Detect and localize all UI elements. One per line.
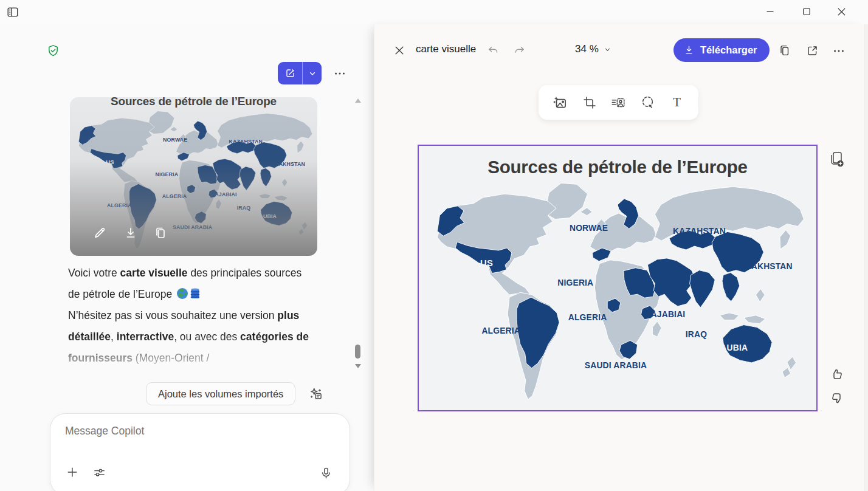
- new-chat-dropdown-button[interactable]: [303, 62, 322, 84]
- globe-emoji: [176, 287, 188, 300]
- new-chat-icon: [284, 67, 296, 79]
- message-text-bold: carte visuelle: [120, 267, 188, 279]
- suggestion-chip-label: Ajoute les volumes importés: [158, 388, 283, 400]
- message-text-bold: interractive: [117, 331, 174, 343]
- message-input[interactable]: [65, 425, 326, 438]
- ai-enhance-tool-button[interactable]: [550, 92, 571, 113]
- image-preview-panel: carte visuelle 34 % Télécharger: [374, 24, 868, 491]
- chat-panel: Voici votre carte visuelle des principal…: [0, 24, 374, 491]
- image-enhance-icon: [553, 95, 568, 111]
- oil-drum-emoji: [190, 287, 201, 300]
- maximize-button[interactable]: [794, 2, 819, 21]
- redo-icon: [513, 44, 526, 57]
- pencil-icon: [92, 225, 107, 240]
- close-icon: [393, 44, 405, 57]
- message-paragraph: N’hésitez pas si vous souhaitez une vers…: [68, 305, 310, 369]
- preview-title: carte visuelle: [416, 43, 476, 55]
- generated-image-thumbnail[interactable]: [70, 97, 317, 256]
- open-external-icon: [806, 44, 819, 57]
- sidebar-toggle-icon: [6, 5, 19, 19]
- chat-scroll-up-arrow[interactable]: [355, 98, 361, 103]
- more-suggestions-button[interactable]: [306, 383, 326, 404]
- plus-icon: [66, 465, 79, 479]
- suggestion-chip[interactable]: Ajoute les volumes importés: [146, 382, 295, 405]
- map-image: [419, 146, 816, 410]
- sidebar-toggle-button[interactable]: [5, 4, 21, 20]
- privacy-shield-button[interactable]: [45, 43, 61, 58]
- message-composer: [50, 413, 350, 491]
- svg-text:T: T: [673, 95, 681, 109]
- copilot-window: Voici votre carte visuelle des principal…: [0, 0, 868, 491]
- preview-more-button[interactable]: [830, 43, 847, 60]
- message-text: , ou avec des: [174, 331, 240, 343]
- crop-icon: [582, 95, 597, 110]
- thumbs-up-button[interactable]: [828, 366, 846, 383]
- titlebar: [0, 0, 868, 24]
- close-icon: [838, 8, 846, 16]
- message-paragraph: Voici votre carte visuelle des principal…: [68, 263, 310, 305]
- shield-check-icon: [46, 44, 60, 58]
- chat-scrollbar-thumb[interactable]: [355, 345, 360, 359]
- chevron-down-icon: [308, 69, 317, 78]
- maximize-icon: [803, 8, 810, 15]
- redo-button[interactable]: [511, 42, 528, 59]
- download-icon: [683, 44, 695, 56]
- sparkle-note-icon: [308, 386, 324, 402]
- chat-more-button[interactable]: [331, 64, 349, 83]
- add-attachment-button[interactable]: [64, 464, 81, 481]
- generated-image-selected[interactable]: [418, 145, 818, 411]
- text-tool-icon: T: [669, 95, 684, 110]
- background-tool-button[interactable]: [608, 92, 629, 113]
- preview-scrollbar-track[interactable]: [864, 24, 868, 491]
- add-to-collection-button[interactable]: [827, 149, 847, 170]
- thumbnail-download-button[interactable]: [123, 225, 139, 241]
- magic-select-tool-button[interactable]: [637, 92, 658, 113]
- download-button-label: Télécharger: [700, 44, 757, 56]
- text-tool-button[interactable]: T: [666, 92, 687, 113]
- zoom-level: 34 %: [575, 43, 599, 55]
- message-text: ,: [111, 331, 117, 343]
- thumbnail-edit-button[interactable]: [92, 225, 108, 241]
- more-horizontal-icon: [333, 67, 346, 80]
- message-text: N’hésitez pas si vous souhaitez une vers…: [68, 309, 277, 321]
- new-chat-split-button: [278, 62, 322, 84]
- new-chat-button[interactable]: [278, 62, 303, 84]
- undo-button[interactable]: [484, 42, 501, 59]
- copy-image-button[interactable]: [776, 41, 794, 60]
- tools-options-button[interactable]: [91, 464, 108, 481]
- zoom-control[interactable]: 34 %: [575, 43, 611, 55]
- undo-icon: [487, 44, 500, 57]
- copy-icon: [778, 44, 791, 57]
- message-text: (Moyen-Orient /: [133, 352, 209, 364]
- microphone-icon: [319, 466, 333, 480]
- message-text: Voici votre: [68, 267, 120, 279]
- minimize-button[interactable]: [758, 2, 782, 21]
- crop-tool-button[interactable]: [579, 92, 600, 113]
- background-icon: [610, 95, 626, 111]
- download-icon: [123, 225, 138, 240]
- open-external-button[interactable]: [803, 41, 821, 60]
- thumbs-down-icon: [830, 391, 844, 405]
- close-preview-button[interactable]: [391, 42, 408, 59]
- more-horizontal-icon: [832, 44, 846, 58]
- copy-icon: [153, 225, 168, 240]
- thumbs-up-icon: [830, 367, 844, 382]
- chevron-down-icon: [604, 46, 611, 53]
- magic-select-icon: [640, 95, 655, 110]
- add-to-collection-icon: [828, 151, 846, 169]
- chat-scroll-down-arrow[interactable]: [355, 364, 361, 368]
- download-button[interactable]: Télécharger: [673, 38, 770, 62]
- close-window-button[interactable]: [829, 2, 853, 21]
- voice-input-button[interactable]: [317, 464, 335, 482]
- image-edit-toolbar: T: [539, 85, 698, 120]
- thumbnail-copy-button[interactable]: [153, 225, 168, 241]
- assistant-message: Voici votre carte visuelle des principal…: [68, 263, 310, 369]
- tune-sliders-icon: [92, 465, 106, 479]
- thumbs-down-button[interactable]: [828, 390, 846, 407]
- minimize-icon: [766, 8, 774, 15]
